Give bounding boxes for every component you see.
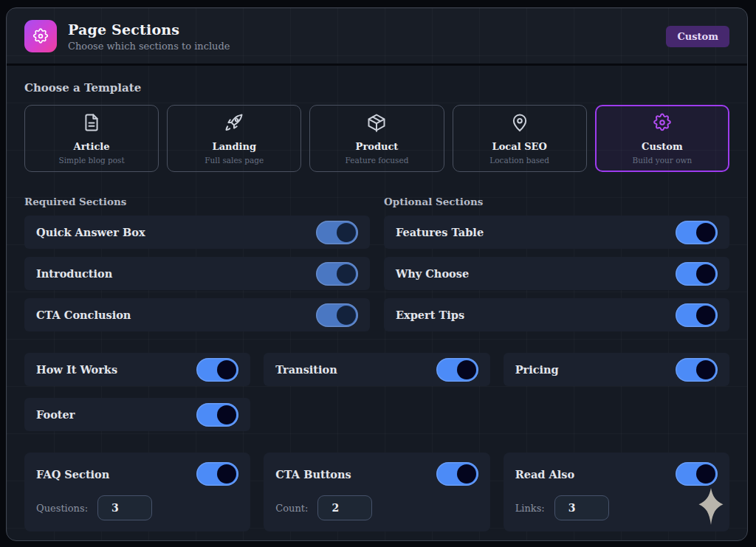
rocket-icon: [224, 112, 244, 136]
extra-column-3: Pricing: [504, 353, 729, 431]
template-desc: Full sales page: [205, 156, 264, 165]
toggle-knob: [337, 223, 356, 242]
template-name: Product: [356, 141, 399, 152]
section-row-footer: Footer: [24, 398, 250, 431]
section-row-why-choose: Why Choose: [384, 257, 729, 290]
cube-icon: [366, 112, 387, 136]
optional-sections-column: Optional Sections Features Table Why Cho…: [384, 196, 729, 331]
extra-column-1: How It Works Footer: [24, 353, 250, 431]
template-desc: Location based: [489, 156, 549, 165]
template-desc: Feature focused: [346, 156, 409, 165]
template-card-product[interactable]: Product Feature focused: [309, 105, 444, 172]
faq-section-toggle[interactable]: [196, 462, 238, 486]
links-input[interactable]: [554, 495, 609, 520]
section-label: Transition: [275, 363, 337, 376]
required-sections-heading: Required Sections: [24, 196, 370, 207]
toggle-knob: [457, 464, 476, 484]
section-label: Footer: [36, 408, 75, 421]
section-row-expert-tips: Expert Tips: [384, 298, 729, 331]
template-name: Landing: [212, 141, 256, 152]
template-name: Local SEO: [492, 141, 547, 152]
read-also-toggle[interactable]: [676, 462, 718, 486]
section-label: Quick Answer Box: [36, 226, 145, 238]
section-row-pricing: Pricing: [504, 353, 729, 386]
page-subtitle: Choose which sections to include: [68, 41, 230, 52]
questions-label: Questions:: [36, 503, 88, 514]
transition-toggle[interactable]: [436, 358, 478, 382]
footer-toggle[interactable]: [196, 403, 238, 427]
expert-tips-toggle[interactable]: [676, 303, 718, 327]
section-row-how-it-works: How It Works: [24, 353, 250, 386]
page-sections-panel: Page Sections Choose which sections to i…: [6, 7, 748, 541]
template-card-article[interactable]: Article Simple blog post: [24, 105, 159, 172]
section-label: How It Works: [36, 363, 117, 376]
card-title: CTA Buttons: [275, 468, 351, 481]
extra-column-2: Transition: [264, 353, 489, 431]
toggle-knob: [696, 360, 715, 379]
features-table-toggle[interactable]: [676, 221, 718, 244]
section-row-introduction: Introduction: [24, 257, 370, 290]
count-label: Count:: [275, 503, 308, 514]
sparkle-icon: [694, 487, 728, 529]
toggle-knob: [337, 264, 356, 283]
template-card-landing[interactable]: Landing Full sales page: [167, 105, 301, 172]
faq-section-card: FAQ Section Questions:: [24, 453, 250, 531]
section-row-features-table: Features Table: [384, 216, 729, 249]
toggle-knob: [696, 223, 715, 242]
template-name: Custom: [642, 141, 683, 152]
questions-input[interactable]: [97, 495, 152, 520]
page-title: Page Sections: [68, 21, 230, 38]
toggle-knob: [696, 264, 715, 283]
card-title: FAQ Section: [36, 468, 109, 481]
toggle-knob: [696, 464, 715, 484]
custom-badge: Custom: [666, 26, 729, 47]
toggle-knob: [696, 306, 715, 325]
choose-template-heading: Choose a Template: [24, 81, 729, 94]
card-title: Read Also: [515, 468, 574, 481]
count-input[interactable]: [317, 495, 372, 520]
section-label: Introduction: [36, 267, 112, 280]
template-desc: Build your own: [633, 156, 693, 165]
toggle-knob: [217, 464, 236, 484]
section-row-quick-answer-box: Quick Answer Box: [24, 216, 370, 249]
introduction-toggle[interactable]: [316, 262, 358, 286]
header-text: Page Sections Choose which sections to i…: [68, 21, 230, 52]
panel-header: Page Sections Choose which sections to i…: [7, 8, 747, 66]
map-pin-icon: [509, 112, 530, 136]
section-label: Features Table: [396, 226, 484, 238]
links-label: Links:: [515, 503, 545, 514]
why-choose-toggle[interactable]: [676, 262, 718, 286]
cta-buttons-toggle[interactable]: [436, 462, 478, 486]
template-card-custom[interactable]: Custom Build your own: [595, 105, 729, 172]
cta-buttons-card: CTA Buttons Count:: [264, 453, 489, 531]
template-name: Article: [74, 141, 110, 152]
section-row-cta-conclusion: CTA Conclusion: [24, 298, 370, 331]
section-label: Pricing: [515, 363, 559, 376]
section-label: Why Choose: [396, 267, 469, 280]
section-row-transition: Transition: [264, 353, 489, 386]
toggle-knob: [217, 405, 236, 424]
section-label: CTA Conclusion: [36, 309, 131, 321]
gear-icon: [24, 20, 57, 52]
cta-conclusion-toggle[interactable]: [316, 303, 358, 327]
template-grid: Article Simple blog post Landing Full sa…: [24, 105, 729, 172]
template-desc: Simple blog post: [58, 156, 124, 165]
toggle-knob: [217, 360, 236, 379]
pricing-toggle[interactable]: [676, 358, 718, 382]
required-sections-column: Required Sections Quick Answer Box Intro…: [24, 196, 370, 331]
toggle-knob: [457, 360, 476, 379]
quick-answer-box-toggle[interactable]: [316, 221, 358, 244]
section-label: Expert Tips: [396, 309, 464, 321]
gear-icon: [652, 112, 673, 136]
toggle-knob: [337, 306, 356, 325]
how-it-works-toggle[interactable]: [196, 358, 238, 382]
document-icon: [81, 112, 102, 136]
optional-sections-heading: Optional Sections: [384, 196, 729, 207]
template-card-local-seo[interactable]: Local SEO Location based: [453, 105, 587, 172]
